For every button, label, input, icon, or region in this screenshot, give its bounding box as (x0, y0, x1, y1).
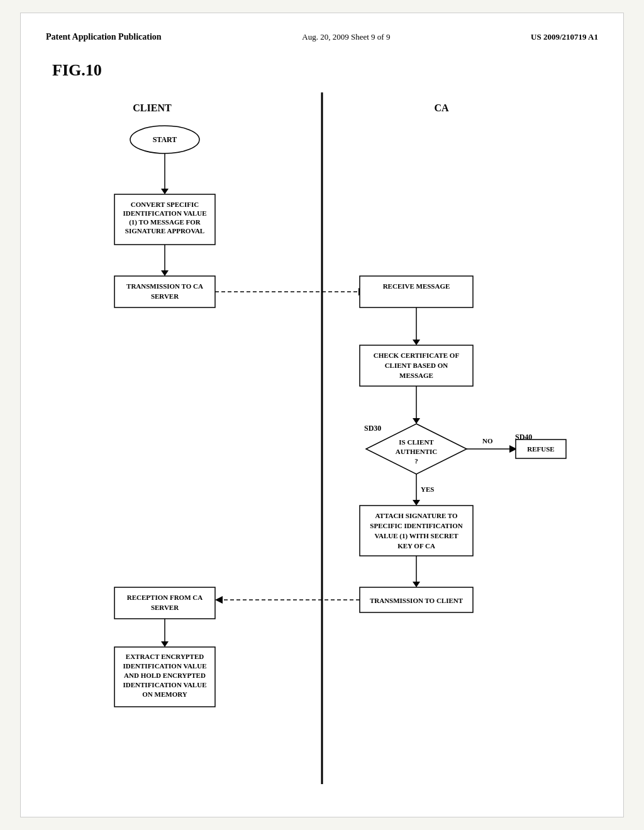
svg-text:(1) TO MESSAGE FOR: (1) TO MESSAGE FOR (129, 218, 201, 226)
svg-text:RECEPTION FROM CA: RECEPTION FROM CA (127, 594, 203, 601)
svg-text:AND HOLD ENCRYPTED: AND HOLD ENCRYPTED (124, 672, 206, 679)
svg-text:NO: NO (482, 437, 493, 445)
svg-rect-22 (360, 276, 473, 307)
svg-rect-61 (114, 587, 215, 619)
figure-title: FIG.10 (52, 61, 598, 80)
svg-text:SERVER: SERVER (151, 604, 179, 611)
svg-text:IDENTIFICATION VALUE: IDENTIFICATION VALUE (123, 662, 207, 670)
svg-text:CONVERT SPECIFIC: CONVERT SPECIFIC (131, 201, 199, 208)
svg-text:CLIENT: CLIENT (133, 102, 172, 113)
svg-text:CA: CA (434, 102, 449, 113)
svg-text:REFUSE: REFUSE (527, 445, 554, 453)
svg-text:SPECIFIC IDENTIFICATION: SPECIFIC IDENTIFICATION (370, 522, 462, 529)
svg-text:CHECK CERTIFICATE OF: CHECK CERTIFICATE OF (374, 351, 460, 359)
svg-text:IDENTIFICATION VALUE: IDENTIFICATION VALUE (123, 209, 207, 217)
svg-marker-25 (413, 340, 420, 345)
svg-marker-59 (215, 596, 223, 604)
svg-text:?: ? (414, 457, 418, 465)
svg-text:ATTACH SIGNATURE TO: ATTACH SIGNATURE TO (375, 512, 457, 519)
svg-text:SERVER: SERVER (151, 292, 179, 300)
svg-text:CLIENT BASED ON: CLIENT BASED ON (385, 362, 448, 369)
header-right: US 2009/210719 A1 (531, 32, 598, 42)
svg-text:IS CLIENT: IS CLIENT (399, 438, 434, 446)
diagram-container: CLIENT CA START SC10 CONVERT SPECIFIC ID… (52, 92, 592, 784)
page-header: Patent Application Publication Aug. 20, … (46, 32, 598, 42)
svg-text:YES: YES (421, 485, 434, 493)
svg-marker-14 (161, 270, 169, 276)
svg-rect-16 (114, 276, 215, 307)
svg-text:ON MEMORY: ON MEMORY (142, 690, 187, 698)
svg-text:TRANSMISSION TO CLIENT: TRANSMISSION TO CLIENT (370, 597, 464, 604)
svg-text:IDENTIFICATION VALUE: IDENTIFICATION VALUE (123, 681, 207, 689)
svg-text:TRANSMISSION TO CA: TRANSMISSION TO CA (126, 282, 203, 290)
header-left: Patent Application Publication (46, 32, 162, 42)
svg-text:MESSAGE: MESSAGE (399, 372, 433, 379)
svg-text:VALUE (1) WITH SECRET: VALUE (1) WITH SECRET (374, 532, 458, 540)
svg-text:AUTHENTIC: AUTHENTIC (396, 448, 438, 455)
svg-text:EXTRACT ENCRYPTED: EXTRACT ENCRYPTED (126, 653, 204, 660)
svg-text:START: START (153, 135, 177, 144)
header-center: Aug. 20, 2009 Sheet 9 of 9 (302, 32, 390, 42)
svg-marker-65 (161, 641, 169, 647)
svg-text:SIGNATURE APPROVAL: SIGNATURE APPROVAL (125, 227, 204, 235)
svg-text:SD30: SD30 (364, 424, 381, 433)
page: Patent Application Publication Aug. 20, … (20, 13, 624, 817)
svg-marker-6 (161, 189, 169, 194)
diagram-svg: CLIENT CA START SC10 CONVERT SPECIFIC ID… (52, 92, 592, 784)
svg-marker-54 (413, 582, 420, 587)
svg-marker-45 (413, 500, 420, 506)
svg-text:KEY OF CA: KEY OF CA (397, 542, 435, 550)
svg-text:RECEIVE MESSAGE: RECEIVE MESSAGE (383, 282, 450, 290)
svg-marker-32 (413, 418, 420, 424)
